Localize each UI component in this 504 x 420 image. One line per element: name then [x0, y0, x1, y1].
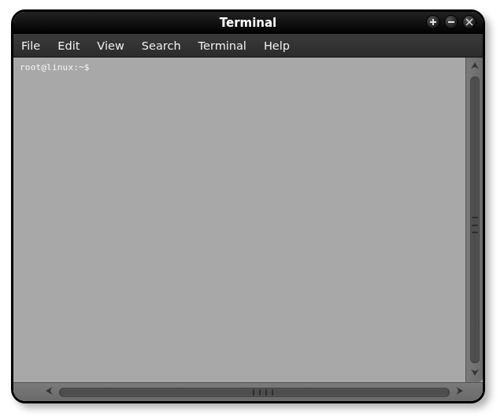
- vertical-scroll-track[interactable]: [470, 76, 480, 363]
- menu-view[interactable]: View: [97, 39, 124, 52]
- close-button[interactable]: [462, 15, 476, 29]
- menubar: File Edit View Search Terminal Help: [13, 34, 483, 58]
- shell-prompt: root@linux:~$: [20, 62, 90, 72]
- menu-help[interactable]: Help: [264, 39, 290, 52]
- vertical-scrollbar[interactable]: [465, 58, 483, 382]
- plus-icon: [429, 18, 437, 26]
- vertical-scroll-thumb[interactable]: [472, 214, 478, 236]
- content-area: root@linux:~$: [13, 58, 483, 382]
- window-title: Terminal: [220, 16, 277, 30]
- scroll-down-arrow-icon[interactable]: [469, 366, 480, 379]
- add-button[interactable]: [426, 15, 440, 29]
- scroll-up-arrow-icon[interactable]: [469, 61, 480, 73]
- horizontal-scroll-thumb[interactable]: [250, 389, 276, 396]
- horizontal-scrollbar[interactable]: [13, 382, 483, 401]
- scroll-left-arrow-icon[interactable]: [45, 385, 54, 400]
- menu-file[interactable]: File: [21, 39, 40, 52]
- menu-search[interactable]: Search: [142, 39, 181, 52]
- minus-icon: [447, 18, 455, 26]
- minimize-button[interactable]: [444, 15, 458, 29]
- titlebar: Terminal: [13, 12, 483, 34]
- scroll-right-arrow-icon[interactable]: [454, 385, 464, 400]
- horizontal-scroll-track[interactable]: [59, 388, 450, 397]
- menu-edit[interactable]: Edit: [57, 39, 80, 52]
- svg-rect-0: [448, 21, 454, 23]
- terminal-window: Terminal File Edit View Search Terminal …: [11, 9, 485, 403]
- menu-terminal[interactable]: Terminal: [198, 39, 246, 52]
- close-icon: [465, 18, 473, 26]
- window-controls: [426, 15, 476, 29]
- terminal-body[interactable]: root@linux:~$: [13, 58, 465, 382]
